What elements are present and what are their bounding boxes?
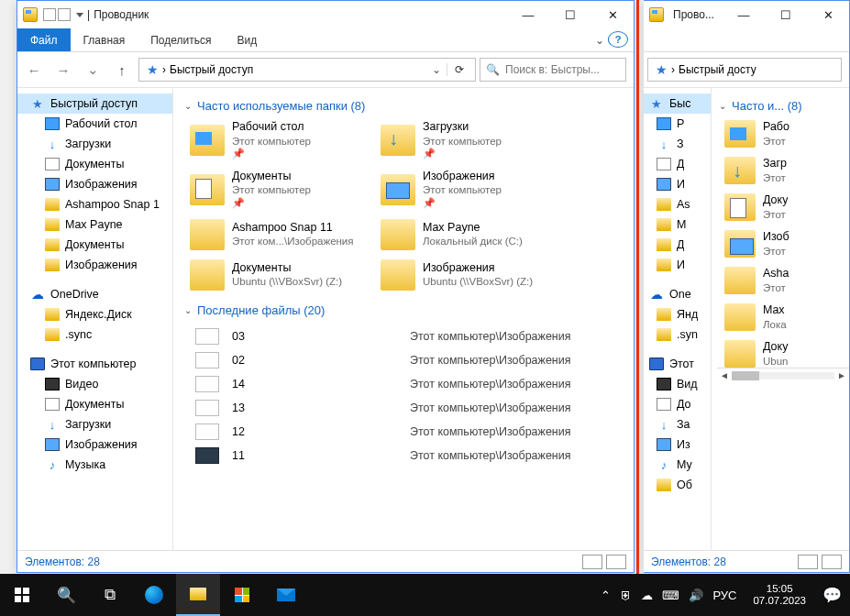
group-frequent-header[interactable]: ⌄ Часто используемые папки (8) bbox=[184, 99, 634, 113]
recent-file-row[interactable]: 02Этот компьютер\Изображения bbox=[182, 348, 634, 372]
tree-item[interactable]: ★Быс bbox=[644, 94, 711, 114]
tree-item[interactable]: Янд bbox=[644, 304, 711, 324]
recent-file-row[interactable]: 14Этот компьютер\Изображения bbox=[182, 372, 634, 396]
tree-item[interactable]: Му bbox=[644, 455, 711, 475]
recent-file-row[interactable]: 12Этот компьютер\Изображения bbox=[182, 420, 634, 444]
tree-item[interactable]: Документы bbox=[17, 394, 172, 414]
tree-item[interactable]: Этот компьютер bbox=[17, 354, 172, 374]
content-pane[interactable]: ⌄ Часто используемые папки (8) Рабочий с… bbox=[173, 88, 634, 550]
folder-tile[interactable]: ИзображенияЭтот компьютер📌 bbox=[381, 170, 564, 210]
close-button[interactable]: ✕ bbox=[807, 1, 849, 28]
folder-tile[interactable]: ЗагрузкиЭтот компьютер📌 bbox=[381, 120, 564, 160]
address-bar[interactable]: ★ › Быстрый доступ ⌄ ⟳ bbox=[138, 58, 476, 82]
address-bar[interactable]: ★› Быстрый досту bbox=[647, 58, 842, 82]
tree-item[interactable]: Из bbox=[644, 434, 711, 455]
onedrive-tray-icon[interactable]: ☁ bbox=[641, 588, 653, 602]
taskview-button[interactable]: ⧉ bbox=[88, 574, 132, 616]
recent-locations-icon[interactable]: ⌄ bbox=[80, 57, 105, 82]
group-frequent-header[interactable]: ⌄ Часто и... (8) bbox=[719, 99, 849, 113]
view-large-icon[interactable] bbox=[822, 555, 842, 569]
mail-button[interactable] bbox=[264, 574, 308, 616]
address-dropdown-icon[interactable]: ⌄ bbox=[426, 63, 447, 76]
tree-item[interactable]: Документы bbox=[17, 154, 172, 174]
maximize-button[interactable]: ☐ bbox=[549, 1, 591, 28]
security-icon[interactable]: ⛨ bbox=[620, 588, 632, 602]
up-button[interactable]: ↑ bbox=[109, 57, 135, 82]
view-details-icon[interactable] bbox=[798, 555, 818, 569]
recent-file-row[interactable]: 03Этот компьютер\Изображения bbox=[182, 324, 634, 348]
folder-tile[interactable]: ДокуUbun bbox=[724, 340, 834, 368]
tree-item[interactable]: З bbox=[644, 134, 711, 154]
taskbar[interactable]: 🔍 ⧉ ⌃ ⛨ ☁ ⌨ 🔊 РУС 15:05 07.07.2023 💬 bbox=[0, 574, 850, 616]
tree-item[interactable]: Изображения bbox=[17, 255, 172, 275]
tree-item[interactable]: Об bbox=[644, 475, 711, 495]
folder-tile[interactable]: MaxЛока bbox=[724, 303, 834, 331]
navigation-tree[interactable]: ★БысРЗДИAsMДИOneЯнд.synЭтотВидДоЗаИзМуОб bbox=[644, 88, 712, 550]
tree-item[interactable]: As bbox=[644, 194, 711, 214]
titlebar[interactable]: | Проводник — ☐ ✕ bbox=[17, 1, 634, 28]
tree-item[interactable]: До bbox=[644, 394, 711, 414]
tray-chevron-icon[interactable]: ⌃ bbox=[601, 588, 611, 602]
tree-item[interactable]: M bbox=[644, 214, 711, 235]
folder-tile[interactable]: ДокументыЭтот компьютер📌 bbox=[190, 170, 373, 210]
clock[interactable]: 15:05 07.07.2023 bbox=[745, 583, 813, 607]
tree-item[interactable]: Изображения bbox=[17, 434, 172, 455]
tree-item[interactable]: Изображения bbox=[17, 174, 172, 194]
edge-button[interactable] bbox=[132, 574, 176, 616]
tree-item[interactable]: И bbox=[644, 174, 711, 194]
ribbon-view-tab[interactable]: Вид bbox=[224, 28, 270, 51]
tree-item[interactable]: Р bbox=[644, 114, 711, 134]
tree-item[interactable]: Яндекс.Диск bbox=[17, 304, 172, 324]
system-tray[interactable]: ⌃ ⛨ ☁ ⌨ 🔊 РУС bbox=[591, 588, 745, 602]
content-pane[interactable]: ⌄ Часто и... (8) РабоЭтотЗагрЭтотДокуЭто… bbox=[712, 88, 849, 550]
recent-file-row[interactable]: 11Этот компьютер\Изображения bbox=[182, 444, 634, 468]
folder-tile[interactable]: Max PayneЛокальный диск (C:) bbox=[381, 219, 564, 250]
keyboard-icon[interactable]: ⌨ bbox=[662, 588, 679, 602]
ribbon-home-tab[interactable]: Главная bbox=[71, 28, 138, 51]
folder-tile[interactable]: ДокументыUbuntu (\\VBoxSvr) (Z:) bbox=[190, 259, 373, 291]
recent-file-row[interactable]: 13Этот компьютер\Изображения bbox=[182, 396, 634, 420]
group-recent-header[interactable]: ⌄ Последние файлы (20) bbox=[184, 303, 634, 317]
navigation-tree[interactable]: ★Быстрый доступРабочий столЗагрузкиДокум… bbox=[17, 88, 173, 550]
qat-dropdown-icon[interactable] bbox=[76, 13, 83, 17]
tree-item[interactable]: Max Payne bbox=[17, 214, 172, 235]
search-input[interactable]: 🔍 Поиск в: Быстры... bbox=[480, 58, 626, 82]
forward-button[interactable]: → bbox=[50, 57, 76, 82]
tree-item[interactable]: Вид bbox=[644, 374, 711, 394]
minimize-button[interactable]: — bbox=[507, 1, 549, 28]
tree-item[interactable]: Загрузки bbox=[17, 134, 172, 154]
explorer-button[interactable] bbox=[176, 574, 220, 616]
tree-item[interactable]: Д bbox=[644, 235, 711, 255]
folder-tile[interactable]: ИзобЭтот bbox=[724, 230, 834, 258]
action-center-button[interactable]: 💬 bbox=[813, 574, 850, 616]
tree-item[interactable]: .sync bbox=[17, 324, 172, 345]
quick-access-toolbar[interactable] bbox=[43, 8, 71, 21]
back-button[interactable]: ← bbox=[21, 57, 47, 82]
search-button[interactable]: 🔍 bbox=[44, 574, 88, 616]
tree-item[interactable]: И bbox=[644, 255, 711, 275]
tree-item[interactable]: OneDrive bbox=[17, 284, 172, 304]
tree-item[interactable]: .syn bbox=[644, 324, 711, 345]
volume-icon[interactable]: 🔊 bbox=[689, 588, 703, 602]
maximize-button[interactable]: ☐ bbox=[765, 1, 807, 28]
folder-tile[interactable]: AshaЭтот bbox=[724, 267, 834, 294]
view-large-icon[interactable] bbox=[606, 555, 626, 569]
help-icon[interactable]: ? bbox=[608, 31, 628, 48]
folder-tile[interactable]: ИзображенияUbuntu (\\VBoxSvr) (Z:) bbox=[381, 259, 564, 291]
tree-item[interactable]: За bbox=[644, 414, 711, 434]
folder-tile[interactable]: Ashampoo Snap 11Этот ком...\Изображения bbox=[190, 219, 373, 250]
tree-item[interactable]: Загрузки bbox=[17, 414, 172, 434]
language-indicator[interactable]: РУС bbox=[712, 588, 736, 602]
horizontal-scrollbar[interactable]: ◄► bbox=[717, 368, 849, 382]
tree-item[interactable]: Рабочий стол bbox=[17, 114, 172, 134]
ribbon-collapse-icon[interactable]: ⌄ bbox=[591, 28, 608, 51]
folder-tile[interactable]: Рабочий столЭтот компьютер📌 bbox=[190, 120, 373, 160]
ribbon-share-tab[interactable]: Поделиться bbox=[138, 28, 224, 51]
tree-item[interactable]: Д bbox=[644, 154, 711, 174]
refresh-icon[interactable]: ⟳ bbox=[447, 63, 471, 76]
tree-item[interactable]: Ashampoo Snap 1 bbox=[17, 194, 172, 214]
close-button[interactable]: ✕ bbox=[591, 1, 634, 28]
titlebar[interactable]: Прово... — ☐ ✕ bbox=[644, 1, 849, 28]
tree-item[interactable]: ★Быстрый доступ bbox=[17, 94, 172, 114]
tree-item[interactable]: Музыка bbox=[17, 455, 172, 475]
